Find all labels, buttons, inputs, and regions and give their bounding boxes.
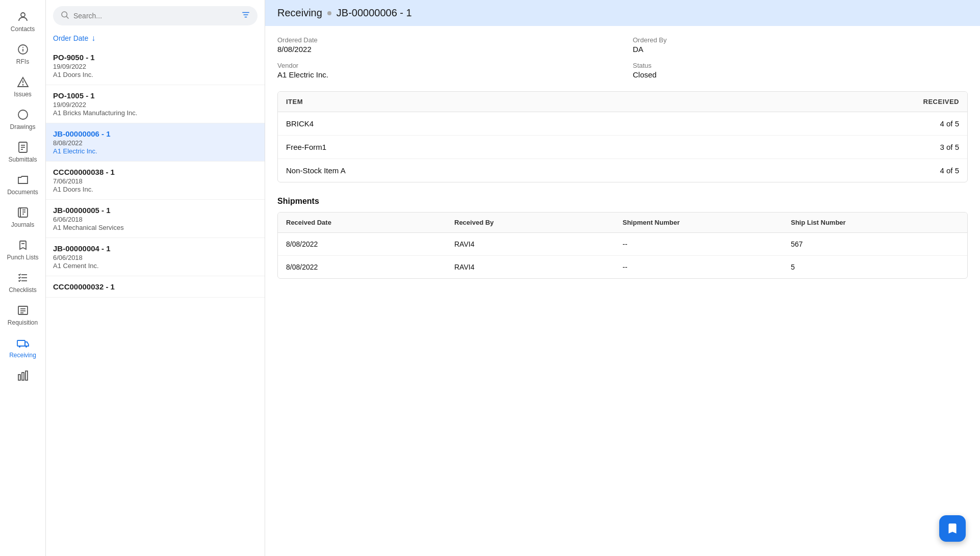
new-entry-fab[interactable]: [939, 515, 966, 542]
shipment-received-by: RAVI4: [454, 240, 623, 248]
sidebar-item-punch-lists[interactable]: Punch Lists: [0, 233, 45, 266]
meta-grid: Ordered Date 8/08/2022 Ordered By DA Ven…: [277, 36, 968, 79]
items-table: ITEM RECEIVED BRICK4 4 of 5 Free-Form1 3…: [277, 91, 968, 182]
sidebar-item-journals[interactable]: Journals: [0, 201, 45, 233]
item-name: Free-Form1: [286, 143, 326, 151]
sidebar-item-rfis[interactable]: RFIs: [0, 38, 45, 70]
bookmark-icon: [16, 239, 30, 252]
list-item-title: JB-00000004 - 1: [53, 244, 257, 253]
svg-rect-27: [18, 375, 20, 380]
checklist-icon: [16, 271, 30, 284]
detail-body: Ordered Date 8/08/2022 Ordered By DA Ven…: [265, 26, 980, 289]
search-bar: [53, 6, 257, 25]
vendor-label: Vendor: [277, 62, 612, 69]
list-item-title: PO-9050 - 1: [53, 53, 257, 62]
list-item-vendor: A1 Cement Inc.: [53, 262, 257, 270]
vendor-field: Vendor A1 Electric Inc.: [277, 62, 612, 79]
sidebar-item-submittals[interactable]: Submittals: [0, 136, 45, 168]
search-input[interactable]: [73, 12, 237, 20]
sidebar-item-issues-label: Issues: [14, 91, 32, 98]
truck-icon: [16, 336, 30, 350]
items-table-row: BRICK4 4 of 5: [278, 112, 967, 136]
items-table-row: Free-Form1 3 of 5: [278, 136, 967, 159]
ship-list-number: 567: [791, 240, 959, 248]
sidebar-item-drawings[interactable]: Drawings: [0, 103, 45, 136]
shipment-received-by: RAVI4: [454, 263, 623, 271]
list-icon: [16, 304, 30, 317]
list-item-active[interactable]: JB-00000006 - 1 8/08/2022 A1 Electric In…: [46, 123, 265, 162]
sidebar-item-documents-label: Documents: [7, 189, 38, 196]
journal-icon: [16, 206, 30, 219]
items-col-received: RECEIVED: [923, 98, 959, 105]
folder-icon: [16, 173, 30, 187]
detail-record-id: JB-00000006 - 1: [337, 7, 412, 19]
list-item-title: JB-00000005 - 1: [53, 206, 257, 215]
items-col-item: ITEM: [286, 98, 303, 105]
items-table-header: ITEM RECEIVED: [278, 92, 967, 112]
sort-arrow-icon: ↓: [91, 34, 95, 43]
svg-rect-24: [17, 340, 25, 346]
item-received: 4 of 5: [940, 119, 959, 128]
list-panel: Order Date ↓ PO-9050 - 1 19/09/2022 A1 D…: [46, 0, 265, 556]
list-item[interactable]: JB-00000005 - 1 6/06/2018 A1 Mechanical …: [46, 200, 265, 238]
list-item-vendor: A1 Bricks Manufacturing Inc.: [53, 109, 257, 117]
vendor-value: A1 Electric Inc.: [277, 70, 612, 79]
list-item[interactable]: PO-9050 - 1 19/09/2022 A1 Doors Inc.: [46, 47, 265, 85]
list-items: PO-9050 - 1 19/09/2022 A1 Doors Inc. PO-…: [46, 47, 265, 556]
sidebar-item-contacts[interactable]: Contacts: [0, 5, 45, 38]
ordered-by-label: Ordered By: [633, 36, 968, 44]
shipment-number: --: [623, 240, 791, 248]
item-received: 3 of 5: [940, 143, 959, 151]
list-item[interactable]: PO-1005 - 1 19/09/2022 A1 Bricks Manufac…: [46, 85, 265, 123]
detail-header: Receiving JB-00000006 - 1: [265, 0, 980, 26]
sidebar-item-drawings-label: Drawings: [10, 123, 35, 130]
sidebar-item-requisition[interactable]: Requisition: [0, 299, 45, 331]
sidebar-item-checklists[interactable]: Checklists: [0, 266, 45, 299]
items-table-row: Non-Stock Item A 4 of 5: [278, 159, 967, 182]
list-item-vendor: A1 Electric Inc.: [53, 147, 257, 155]
shipments-table-header: Received Date Received By Shipment Numbe…: [278, 213, 967, 233]
sidebar-item-issues[interactable]: Issues: [0, 70, 45, 103]
list-item-date: 19/09/2022: [53, 63, 257, 70]
document-icon: [16, 141, 30, 154]
item-received: 4 of 5: [940, 166, 959, 175]
list-item-vendor: A1 Doors Inc.: [53, 186, 257, 193]
list-item[interactable]: JB-00000004 - 1 6/06/2018 A1 Cement Inc.: [46, 238, 265, 276]
compass-icon: [16, 108, 30, 121]
sidebar-item-receiving-label: Receiving: [9, 352, 36, 359]
svg-point-30: [62, 12, 67, 17]
detail-panel: Receiving JB-00000006 - 1 Ordered Date 8…: [265, 0, 980, 556]
bar-chart-icon: [16, 369, 30, 382]
status-label: Status: [633, 62, 968, 69]
col-shipment-number: Shipment Number: [623, 219, 791, 226]
shipments-title: Shipments: [277, 197, 968, 206]
ship-list-number: 5: [791, 263, 959, 271]
sidebar-item-receiving[interactable]: Receiving: [0, 331, 45, 364]
sort-row[interactable]: Order Date ↓: [46, 32, 265, 47]
list-item-date: 7/06/2018: [53, 177, 257, 185]
list-item[interactable]: CCC00000038 - 1 7/06/2018 A1 Doors Inc.: [46, 162, 265, 200]
ordered-by-value: DA: [633, 45, 968, 54]
list-item-title: CCC00000032 - 1: [53, 282, 257, 291]
filter-icon[interactable]: [241, 10, 250, 21]
list-item-vendor: A1 Mechanical Services: [53, 224, 257, 231]
list-item-date: 8/08/2022: [53, 139, 257, 147]
item-name: BRICK4: [286, 119, 314, 128]
status-value: Closed: [633, 70, 968, 79]
sidebar-item-journals-label: Journals: [11, 221, 34, 228]
svg-point-6: [18, 110, 28, 119]
svg-point-25: [19, 346, 20, 348]
list-item-date: 6/06/2018: [53, 216, 257, 223]
sidebar-item-chart[interactable]: [0, 364, 45, 387]
list-item[interactable]: CCC00000032 - 1: [46, 276, 265, 298]
ordered-date-value: 8/08/2022: [277, 45, 612, 54]
sidebar-item-requisition-label: Requisition: [8, 319, 38, 326]
list-item-title: CCC00000038 - 1: [53, 168, 257, 176]
list-item-title: PO-1005 - 1: [53, 91, 257, 100]
shipment-received-date: 8/08/2022: [286, 263, 454, 271]
sidebar-item-documents[interactable]: Documents: [0, 168, 45, 201]
shipments-table-row: 8/08/2022 RAVI4 -- 5: [278, 256, 967, 278]
detail-module: Receiving: [277, 7, 322, 19]
shipment-received-date: 8/08/2022: [286, 240, 454, 248]
sidebar-item-rfis-label: RFIs: [16, 58, 29, 65]
